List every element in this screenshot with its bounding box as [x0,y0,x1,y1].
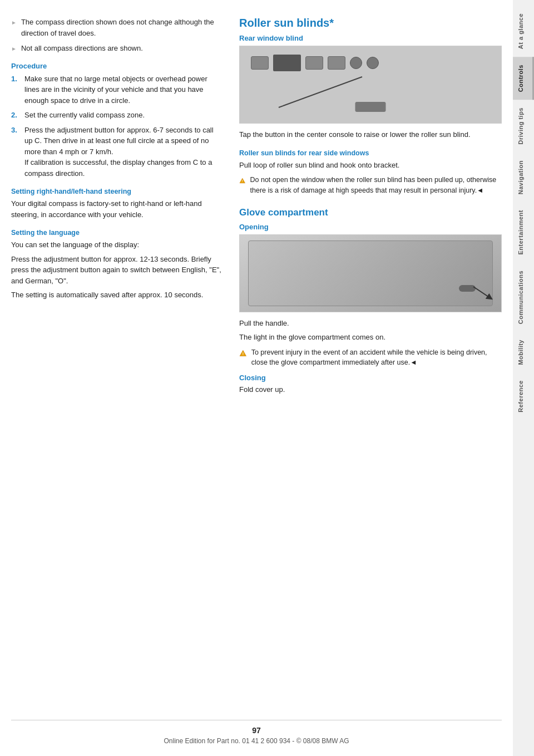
step-1-num: 1. [11,73,20,106]
sidebar-tab-communications[interactable]: Communications [513,263,534,332]
setting-language-body1: You can set the language of the display: [11,239,222,251]
rw-console-row [251,55,490,71]
rw-btn-2 [305,56,323,70]
two-column-layout: ► The compass direction shown does not c… [11,17,502,709]
rear-window-body: Tap the button in the center console to … [239,129,502,140]
rw-display [273,55,301,71]
roller-warning-box: ! Do not open the window when the roller… [239,175,502,196]
rw-btn-1 [251,56,269,70]
rw-slot [355,102,386,112]
warning-icon-1: ! [239,175,246,187]
warning-icon-2: ! [239,347,247,360]
roller-warning-text: Do not open the window when the roller s… [250,175,502,196]
glove-warning-box: ! To prevent injury in the event of an a… [239,347,502,369]
bullet-arrow-1: ► [11,18,17,38]
footer-copyright: Online Edition for Part no. 01 41 2 600 … [164,737,349,745]
sidebar-tab-controls[interactable]: Controls [513,57,534,100]
roller-sun-blinds-title: Roller sun blinds* [239,17,502,30]
setting-language-heading: Setting the language [11,229,222,237]
gc-img-inner [240,235,501,312]
page-footer: 97 Online Edition for Part no. 01 41 2 6… [11,720,502,745]
closing-body: Fold cover up. [239,384,502,395]
rw-img-inner [240,46,501,123]
bullet-arrow-2: ► [11,45,17,54]
gc-panel [248,240,493,306]
opening-body1: Pull the handle. [239,318,502,329]
glove-compartment-image [239,234,502,312]
sidebar-tab-mobility[interactable]: Mobility [513,332,534,373]
step-2: 2. Set the currently valid compass zone. [11,110,222,121]
setting-steering-body: Your digital compass is factory-set to r… [11,198,222,220]
setting-language-body2: Press the adjustment button for approx. … [11,254,222,287]
sidebar-tab-reference[interactable]: Reference [513,372,534,420]
rw-btn-3 [328,56,345,70]
left-column: ► The compass direction shown does not c… [11,17,222,709]
step-3-num: 3. [11,125,20,179]
glove-compartment-title: Glove compartment [239,207,502,218]
step-3: 3. Press the adjustment button for appro… [11,125,222,179]
step-2-text: Set the currently valid compass zone. [24,110,145,121]
setting-language-body3: The setting is automatically saved after… [11,289,222,301]
rw-knob-1 [350,57,362,69]
sidebar-tab-navigation[interactable]: Navigation [513,153,534,202]
sidebar: At a glance Controls Driving tips Naviga… [513,0,534,756]
sidebar-tab-driving-tips[interactable]: Driving tips [513,100,534,153]
setting-steering-heading: Setting right-hand/left-hand steering [11,188,222,195]
svg-text:!: ! [243,351,244,355]
rear-window-image [239,46,502,124]
gc-arrow-svg [468,281,496,303]
step-1: 1. Make sure that no large metal objects… [11,73,222,106]
closing-heading: Closing [239,374,502,382]
step-2-num: 2. [11,110,20,121]
svg-line-3 [473,287,490,298]
svg-line-0 [279,77,362,107]
step-3-text: Press the adjustment button for approx. … [24,125,222,179]
procedure-heading: Procedure [11,62,222,70]
sidebar-tab-entertainment[interactable]: Entertainment [513,202,534,262]
opening-heading: Opening [239,223,502,231]
procedure-list: 1. Make sure that no large metal objects… [11,73,222,179]
rear-side-heading: Roller sun blinds for rear side windows [239,149,502,157]
sidebar-tab-at-a-glance[interactable]: At a glance [513,6,534,57]
right-column: Roller sun blinds* Rear window blind [239,17,502,709]
rear-window-heading: Rear window blind [239,34,502,42]
bullet-item-2: ► Not all compass directions are shown. [11,43,222,54]
page-container: ► The compass direction shown does not c… [0,0,534,756]
rear-side-body: Pull loop of roller sun blind and hook o… [239,160,502,171]
bullet-text-1: The compass direction shown does not cha… [21,17,222,38]
bullet-text-2: Not all compass directions are shown. [21,43,143,54]
svg-text:!: ! [242,179,243,183]
opening-body2: The light in the glove compartment comes… [239,332,502,343]
step-1-text: Make sure that no large metal objects or… [24,73,222,106]
rw-knob-2 [367,57,379,69]
bullet-item-1: ► The compass direction shown does not c… [11,17,222,38]
page-number: 97 [11,726,502,735]
glove-warning-text: To prevent injury in the event of an acc… [251,347,502,369]
main-content: ► The compass direction shown does not c… [0,0,513,756]
